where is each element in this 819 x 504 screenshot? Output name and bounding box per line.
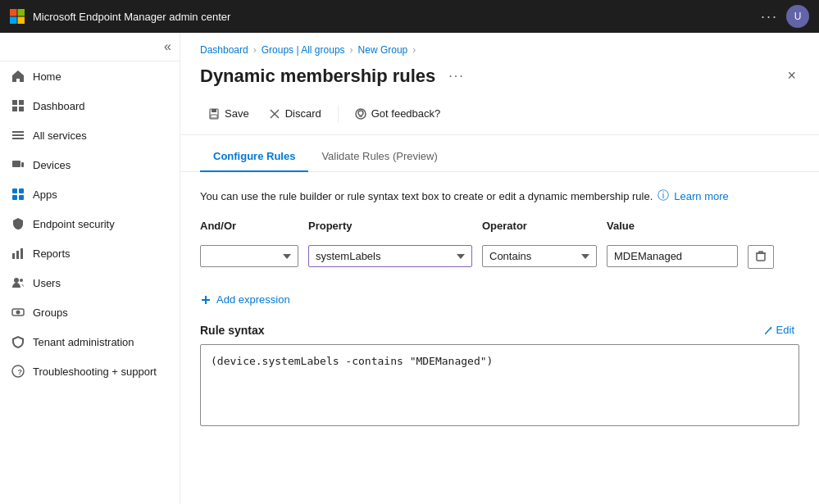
close-button[interactable]: × bbox=[784, 64, 799, 88]
breadcrumb-all-groups[interactable]: Groups | All groups bbox=[262, 44, 345, 56]
svg-rect-19 bbox=[20, 248, 23, 259]
svg-rect-8 bbox=[12, 131, 24, 133]
andor-select[interactable]: And Or bbox=[200, 245, 298, 267]
svg-rect-15 bbox=[12, 195, 17, 200]
svg-rect-14 bbox=[19, 188, 24, 193]
sidebar-item-apps[interactable]: Apps bbox=[0, 179, 180, 209]
col-value-field bbox=[607, 245, 738, 267]
sidebar-collapse-button[interactable]: « bbox=[164, 39, 171, 54]
edit-icon bbox=[763, 325, 773, 335]
home-icon bbox=[11, 70, 25, 83]
sidebar-item-tenant-admin-label: Tenant administration bbox=[33, 336, 134, 348]
svg-rect-11 bbox=[12, 161, 20, 167]
page-title: Dynamic membership rules bbox=[200, 66, 435, 87]
property-select[interactable]: systemLabels bbox=[308, 245, 472, 267]
svg-rect-3 bbox=[18, 17, 25, 25]
sidebar-item-dashboard[interactable]: Dashboard bbox=[0, 91, 180, 120]
sidebar-item-reports-label: Reports bbox=[33, 247, 71, 260]
info-icon: ⓘ bbox=[657, 188, 669, 203]
sidebar-item-home-label: Home bbox=[33, 70, 61, 83]
breadcrumb-sep-2: › bbox=[350, 44, 353, 56]
col-andor-header: And/Or bbox=[200, 220, 298, 237]
svg-rect-7 bbox=[19, 107, 24, 111]
svg-rect-1 bbox=[18, 9, 25, 16]
delete-row-button[interactable] bbox=[748, 245, 774, 269]
svg-rect-6 bbox=[12, 107, 17, 111]
rule-builder: And/Or Property Operator Value bbox=[200, 220, 799, 274]
breadcrumb-sep-1: › bbox=[253, 44, 257, 56]
col-operator-header: Operator bbox=[482, 220, 597, 237]
discard-button[interactable]: Discard bbox=[261, 102, 330, 125]
sidebar-item-all-services-label: All services bbox=[33, 129, 87, 142]
svg-rect-13 bbox=[12, 188, 17, 193]
svg-rect-2 bbox=[10, 17, 17, 25]
sidebar-collapse-section: « bbox=[0, 33, 180, 61]
sidebar-item-endpoint-security-label: Endpoint security bbox=[33, 218, 115, 230]
edit-button[interactable]: Edit bbox=[758, 322, 799, 338]
sidebar-item-apps-label: Apps bbox=[33, 188, 57, 201]
sidebar-item-home[interactable]: Home bbox=[0, 61, 180, 91]
sidebar-item-groups[interactable]: Groups bbox=[0, 297, 180, 327]
breadcrumb-sep-3: › bbox=[412, 44, 416, 56]
learn-more-link[interactable]: Learn more bbox=[674, 190, 728, 202]
sidebar-item-endpoint-security[interactable]: Endpoint security bbox=[0, 209, 180, 238]
andor-column-label: And/Or bbox=[200, 220, 298, 232]
svg-rect-17 bbox=[12, 253, 15, 259]
svg-rect-4 bbox=[12, 100, 17, 105]
tenant-admin-icon bbox=[11, 335, 25, 348]
feedback-label: Got feedback? bbox=[371, 107, 441, 120]
breadcrumb-dashboard[interactable]: Dashboard bbox=[200, 44, 248, 56]
svg-rect-9 bbox=[12, 134, 24, 136]
svg-point-21 bbox=[20, 279, 23, 282]
tab-validate-rules[interactable]: Validate Rules (Preview) bbox=[308, 142, 450, 172]
header-more-button[interactable]: ··· bbox=[445, 66, 467, 87]
breadcrumb: Dashboard › Groups | All groups › New Gr… bbox=[180, 33, 819, 61]
svg-rect-16 bbox=[19, 195, 24, 200]
svg-rect-18 bbox=[16, 251, 19, 259]
operator-select[interactable]: Contains Not Contains Equals bbox=[482, 245, 597, 267]
save-label: Save bbox=[225, 107, 249, 120]
devices-icon bbox=[11, 158, 25, 171]
save-button[interactable]: Save bbox=[200, 102, 257, 125]
rule-syntax-box: (device.systemLabels -contains "MDEManag… bbox=[200, 344, 799, 426]
add-expression-button[interactable]: Add expression bbox=[200, 290, 290, 309]
rule-column-headers: And/Or Property Operator Value bbox=[200, 220, 799, 237]
add-expression-icon bbox=[200, 294, 212, 306]
sidebar-item-devices[interactable]: Devices bbox=[0, 150, 180, 179]
endpoint-security-icon bbox=[11, 217, 25, 230]
sidebar-item-troubleshooting-label: Troubleshooting + support bbox=[33, 366, 157, 378]
rule-syntax-section: Rule syntax Edit (device.systemLabels -c… bbox=[200, 322, 799, 426]
feedback-button[interactable]: Got feedback? bbox=[347, 102, 449, 125]
svg-rect-32 bbox=[757, 253, 765, 261]
sidebar: « Home Dashboard All services Devices bbox=[0, 33, 180, 504]
sidebar-item-troubleshooting[interactable]: ? Troubleshooting + support bbox=[0, 356, 180, 386]
troubleshoot-icon: ? bbox=[11, 365, 25, 378]
sidebar-item-devices-label: Devices bbox=[33, 159, 71, 171]
save-icon bbox=[208, 108, 220, 120]
svg-rect-28 bbox=[211, 115, 217, 118]
reports-icon bbox=[11, 247, 25, 260]
col-action-field bbox=[748, 245, 777, 274]
discard-label: Discard bbox=[285, 107, 321, 120]
sidebar-item-tenant-admin[interactable]: Tenant administration bbox=[0, 327, 180, 356]
value-input[interactable] bbox=[607, 245, 738, 267]
title-bar-right: ··· U bbox=[761, 5, 809, 28]
tabs: Configure Rules Validate Rules (Preview) bbox=[180, 142, 819, 172]
add-expression-label: Add expression bbox=[216, 293, 290, 306]
user-avatar[interactable]: U bbox=[786, 5, 809, 28]
operator-column-label: Operator bbox=[482, 220, 597, 232]
title-bar-more-button[interactable]: ··· bbox=[761, 8, 778, 25]
all-services-icon bbox=[11, 129, 25, 142]
sidebar-item-users[interactable]: Users bbox=[0, 268, 180, 297]
page-header: Dynamic membership rules ··· × bbox=[180, 61, 819, 98]
tab-configure-rules[interactable]: Configure Rules bbox=[200, 142, 308, 172]
sidebar-item-reports[interactable]: Reports bbox=[0, 238, 180, 268]
svg-text:?: ? bbox=[18, 368, 23, 376]
sidebar-item-dashboard-label: Dashboard bbox=[33, 100, 85, 112]
svg-rect-27 bbox=[212, 109, 216, 112]
windows-logo-icon bbox=[10, 9, 25, 24]
breadcrumb-new-group[interactable]: New Group bbox=[358, 44, 408, 56]
svg-point-20 bbox=[14, 278, 19, 283]
main-content: Dashboard › Groups | All groups › New Gr… bbox=[180, 33, 819, 504]
sidebar-item-all-services[interactable]: All services bbox=[0, 120, 180, 150]
